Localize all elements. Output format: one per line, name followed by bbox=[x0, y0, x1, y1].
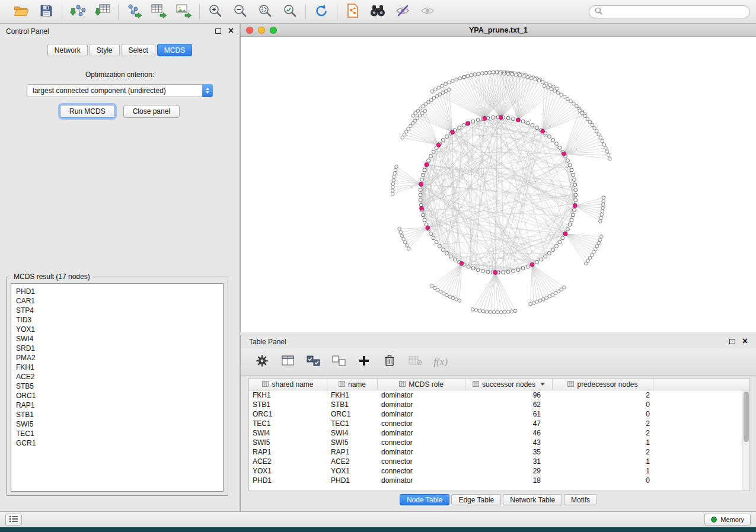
cell-successors: 31 bbox=[465, 457, 553, 466]
mcds-result-item[interactable]: ACE2 bbox=[11, 372, 223, 382]
tab-network[interactable]: Network bbox=[47, 44, 88, 56]
maximize-window-button[interactable] bbox=[270, 27, 277, 34]
close-window-button[interactable] bbox=[246, 27, 253, 34]
clone-network-button[interactable] bbox=[343, 3, 362, 21]
show-columns-button[interactable] bbox=[280, 354, 295, 370]
column-header-name[interactable]: name bbox=[327, 379, 378, 390]
tab-motifs[interactable]: Motifs bbox=[564, 494, 597, 505]
cell-name: STB1 bbox=[327, 400, 378, 409]
network-view[interactable] bbox=[241, 37, 755, 331]
find-button[interactable] bbox=[368, 3, 387, 21]
zoom-selected-button[interactable] bbox=[280, 3, 299, 21]
column-header-shared-name[interactable]: shared name bbox=[249, 379, 327, 390]
close-icon: × bbox=[742, 336, 748, 346]
cell-shared-name: ACE2 bbox=[249, 457, 327, 466]
mcds-result-list[interactable]: PHD1CAR1STP4TID3YOX1SWI4SRD1PMA2FKH1ACE2… bbox=[11, 283, 224, 492]
refresh-view-button[interactable] bbox=[312, 3, 331, 21]
table-row[interactable]: TEC1TEC1connector472 bbox=[249, 419, 749, 428]
deselect-all-icon bbox=[332, 355, 346, 368]
table-row[interactable]: STB1STB1dominator620 bbox=[249, 400, 749, 409]
hide-graphics-details-button[interactable] bbox=[418, 3, 437, 21]
close-panel-button[interactable]: × bbox=[228, 27, 234, 36]
tab-network-table[interactable]: Network Table bbox=[503, 494, 562, 505]
export-network-button[interactable] bbox=[125, 3, 143, 21]
mcds-result-item[interactable]: PMA2 bbox=[11, 353, 223, 363]
function-builder-button[interactable]: f(x) bbox=[433, 354, 448, 370]
control-panel: Control Panel × Network Style Select MCD… bbox=[0, 24, 240, 511]
delete-table-button[interactable] bbox=[408, 354, 422, 370]
mcds-result-item[interactable]: STB1 bbox=[11, 410, 223, 419]
import-table-button[interactable] bbox=[93, 3, 112, 21]
table-row[interactable]: YOX1YOX1connector291 bbox=[249, 466, 749, 476]
mcds-result-item[interactable]: PHD1 bbox=[11, 287, 223, 296]
cell-successors: 18 bbox=[465, 476, 553, 485]
show-annotations-button[interactable] bbox=[393, 3, 412, 21]
memory-button[interactable]: Memory bbox=[704, 514, 751, 525]
save-session-button[interactable] bbox=[37, 3, 56, 21]
table-row[interactable]: ACE2ACE2connector311 bbox=[249, 457, 749, 466]
table-row[interactable]: SWI4SWI4dominator462 bbox=[249, 428, 749, 438]
table-scrollbar[interactable] bbox=[742, 390, 749, 491]
mcds-result-item[interactable]: CAR1 bbox=[11, 296, 223, 306]
table-settings-button[interactable] bbox=[255, 354, 269, 370]
search-box[interactable] bbox=[589, 5, 750, 18]
minimize-window-button[interactable] bbox=[258, 27, 265, 34]
import-network-button[interactable] bbox=[68, 3, 87, 21]
mcds-result-item[interactable]: SWI5 bbox=[11, 419, 223, 429]
table-row[interactable]: RAP1RAP1dominator352 bbox=[249, 447, 749, 457]
mcds-buttons: Run MCDS Close panel bbox=[0, 105, 240, 118]
column-header-predecessor-nodes[interactable]: predecessor nodes bbox=[553, 379, 653, 390]
table-row[interactable]: FKH1FKH1dominator962 bbox=[249, 390, 749, 400]
table-row[interactable]: SWI5SWI5connector431 bbox=[249, 438, 749, 447]
zoom-in-button[interactable] bbox=[206, 3, 225, 21]
select-all-rows-button[interactable] bbox=[306, 354, 320, 370]
tab-style[interactable]: Style bbox=[90, 44, 120, 56]
export-image-button[interactable] bbox=[174, 3, 193, 21]
cell-shared-name: FKH1 bbox=[249, 391, 327, 399]
mcds-result-item[interactable]: ORC1 bbox=[11, 391, 223, 400]
tab-node-table[interactable]: Node Table bbox=[400, 494, 450, 505]
mcds-result-item[interactable]: TID3 bbox=[11, 315, 223, 325]
deselect-all-rows-button[interactable] bbox=[331, 354, 346, 370]
mcds-result-item[interactable]: YOX1 bbox=[11, 325, 223, 334]
float-table-panel-button[interactable] bbox=[729, 338, 735, 346]
mcds-result-item[interactable]: SRD1 bbox=[11, 344, 223, 353]
column-header-mcds-role[interactable]: MCDS role bbox=[378, 379, 465, 390]
column-attr-icon bbox=[399, 380, 406, 389]
table-row[interactable]: ORC1ORC1dominator610 bbox=[249, 409, 749, 419]
tab-select[interactable]: Select bbox=[122, 44, 155, 56]
mcds-result-item[interactable]: STB5 bbox=[11, 382, 223, 391]
search-input[interactable] bbox=[606, 8, 744, 16]
mcds-result-item[interactable]: GCR1 bbox=[11, 438, 223, 448]
tab-edge-table[interactable]: Edge Table bbox=[451, 494, 501, 505]
zoom-out-button[interactable] bbox=[231, 3, 250, 21]
table-row[interactable]: PHD1PHD1dominator180 bbox=[249, 476, 749, 485]
network-titlebar[interactable]: YPA_prune.txt_1 bbox=[241, 24, 756, 37]
tab-mcds[interactable]: MCDS bbox=[157, 44, 192, 56]
cell-name: PHD1 bbox=[327, 476, 378, 485]
mcds-result-item[interactable]: FKH1 bbox=[11, 363, 223, 372]
column-attr-icon bbox=[473, 380, 479, 389]
mcds-result-item[interactable]: RAP1 bbox=[11, 400, 223, 410]
export-table-button[interactable] bbox=[149, 3, 168, 21]
mcds-result-title: MCDS result (17 nodes) bbox=[11, 273, 92, 281]
mcds-result-item[interactable]: SWI4 bbox=[11, 334, 223, 344]
column-header-successor-nodes[interactable]: successor nodes bbox=[465, 379, 553, 390]
add-button[interactable] bbox=[357, 354, 371, 370]
mcds-result-item[interactable]: TEC1 bbox=[11, 429, 223, 438]
cell-predecessors: 1 bbox=[553, 457, 653, 466]
mcds-result-item[interactable]: STP4 bbox=[11, 306, 223, 315]
cell-predecessors: 2 bbox=[553, 419, 653, 428]
network-svg[interactable] bbox=[241, 37, 755, 331]
close-panel-action-button[interactable]: Close panel bbox=[123, 105, 180, 118]
float-panel-button[interactable] bbox=[215, 27, 221, 36]
zoom-fit-button[interactable] bbox=[256, 3, 275, 21]
show-panel-button[interactable] bbox=[5, 514, 22, 525]
cell-role: connector bbox=[378, 467, 465, 475]
open-file-button[interactable] bbox=[12, 3, 31, 21]
run-mcds-button[interactable]: Run MCDS bbox=[60, 105, 115, 118]
close-table-panel-button[interactable]: × bbox=[742, 338, 748, 346]
optimization-criterion-select[interactable]: largest connected component (undirected) bbox=[27, 84, 213, 97]
delete-rows-button[interactable] bbox=[382, 354, 397, 370]
table-scrollbar-thumb[interactable] bbox=[744, 392, 749, 442]
